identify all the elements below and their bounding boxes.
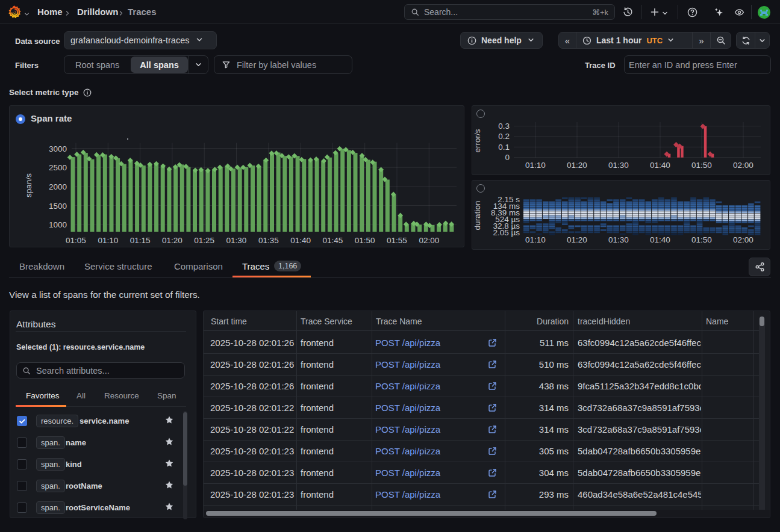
svg-text:01:05: 01:05 [66, 236, 86, 245]
svg-text:01:10: 01:10 [525, 235, 546, 244]
svg-text:01:50: 01:50 [691, 235, 712, 244]
svg-text:01:50: 01:50 [691, 161, 712, 170]
svg-text:01:20: 01:20 [567, 235, 587, 244]
svg-text:01:40: 01:40 [650, 161, 670, 170]
svg-text:01:40: 01:40 [650, 235, 670, 244]
svg-text:2000: 2000 [49, 182, 67, 191]
svg-text:01:30: 01:30 [226, 236, 247, 245]
svg-text:02:00: 02:00 [733, 161, 753, 170]
svg-text:2500: 2500 [49, 163, 67, 172]
svg-text:01:35: 01:35 [258, 236, 279, 245]
svg-text:01:15: 01:15 [130, 236, 151, 245]
svg-text:01:50: 01:50 [355, 236, 375, 245]
svg-text:2.05 µs: 2.05 µs [493, 228, 520, 237]
svg-text:02:00: 02:00 [419, 236, 439, 245]
svg-text:01:20: 01:20 [162, 236, 183, 245]
svg-text:01:25: 01:25 [194, 236, 214, 245]
svg-text:01:30: 01:30 [608, 235, 629, 244]
svg-text:01:10: 01:10 [525, 161, 546, 170]
svg-text:0.3: 0.3 [498, 122, 510, 131]
svg-text:02:00: 02:00 [733, 235, 753, 244]
svg-text:01:55: 01:55 [387, 236, 407, 245]
svg-text:error/s: error/s [473, 129, 482, 152]
svg-text:duration: duration [473, 201, 482, 230]
svg-text:01:30: 01:30 [608, 161, 629, 170]
svg-text:span/s: span/s [24, 173, 33, 197]
svg-text:0.1: 0.1 [498, 143, 510, 152]
svg-text:01:10: 01:10 [98, 236, 118, 245]
svg-text:01:40: 01:40 [290, 236, 311, 245]
svg-text:0: 0 [505, 153, 510, 162]
svg-text:1500: 1500 [49, 202, 67, 211]
svg-text:01:45: 01:45 [323, 236, 343, 245]
svg-text:0.2: 0.2 [498, 132, 510, 141]
svg-text:01:20: 01:20 [567, 161, 587, 170]
svg-text:1000: 1000 [49, 220, 67, 229]
svg-text:3000: 3000 [49, 144, 67, 153]
